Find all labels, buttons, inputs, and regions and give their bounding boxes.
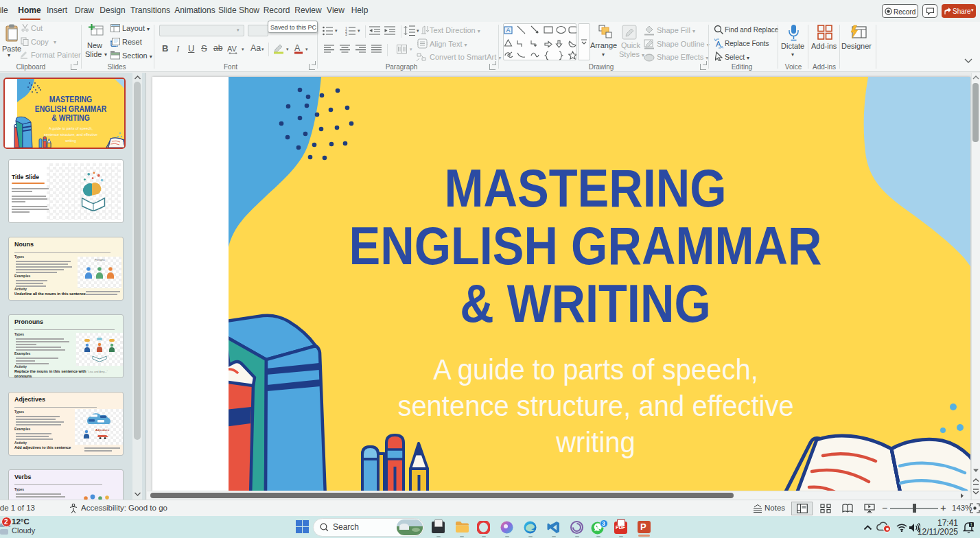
svg-text:1: 1 — [970, 522, 973, 527]
svg-text:A: A — [716, 40, 721, 48]
svg-text:3: 3 — [345, 32, 347, 36]
svg-text:Adjectives: Adjectives — [95, 428, 110, 432]
svg-text:A: A — [506, 27, 511, 34]
svg-text:A: A — [294, 43, 301, 53]
svg-text:AV: AV — [227, 45, 237, 53]
